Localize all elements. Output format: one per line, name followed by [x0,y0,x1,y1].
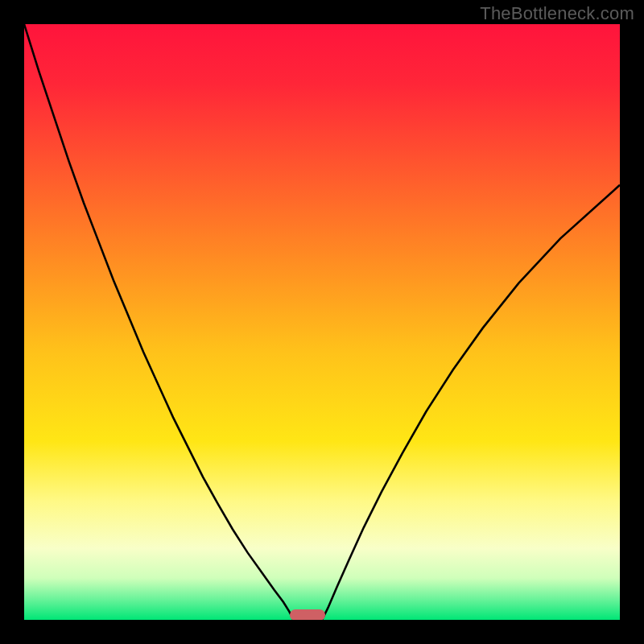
bottleneck-marker [290,609,325,620]
chart-frame: TheBottleneck.com [0,0,644,644]
curve-layer [24,24,620,620]
right-curve [322,185,620,620]
plot-area [24,24,620,620]
watermark-text: TheBottleneck.com [480,3,634,24]
left-curve [24,24,293,620]
